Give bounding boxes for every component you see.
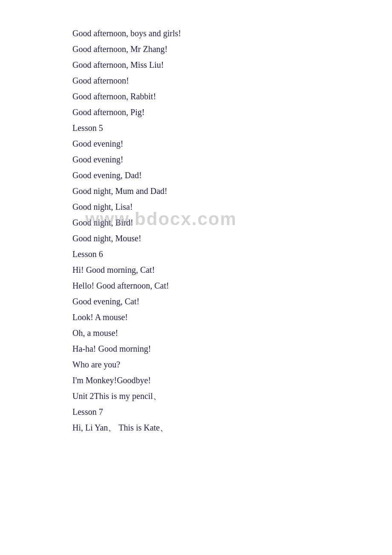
text-line: Good night, Mum and Dad!: [72, 183, 392, 199]
text-line: Hi! Good morning, Cat!: [72, 262, 392, 278]
text-line: Look! A mouse!: [72, 309, 392, 325]
text-line: Good afternoon, boys and girls!: [72, 26, 392, 41]
text-line: Hello! Good afternoon, Cat!: [72, 278, 392, 294]
text-line: I'm Monkey!Goodbye!: [72, 373, 392, 388]
text-line: Good evening!: [72, 152, 392, 168]
text-line: Hi, Li Yan、 This is Kate、: [72, 420, 392, 436]
text-line: Who are you?: [72, 357, 392, 373]
lines-container: Good afternoon, boys and girls!Good afte…: [72, 26, 392, 436]
text-line: Oh, a mouse!: [72, 325, 392, 341]
text-line: Good afternoon!: [72, 73, 392, 89]
text-line: Good afternoon, Pig!: [72, 104, 392, 120]
page-container: www.bdocx.com Good afternoon, boys and g…: [0, 0, 392, 461]
text-line: Good evening, Dad!: [72, 168, 392, 183]
text-line: Good night, Bird!: [72, 215, 392, 231]
text-line: Lesson 7: [72, 404, 392, 420]
text-line: Good afternoon, Miss Liu!: [72, 57, 392, 73]
text-line: Good night, Mouse!: [72, 231, 392, 246]
text-line: Good afternoon, Mr Zhang!: [72, 41, 392, 57]
text-line: Lesson 6: [72, 246, 392, 262]
text-line: Ha-ha! Good morning!: [72, 341, 392, 357]
text-line: Good evening!: [72, 136, 392, 152]
text-line: Unit 2This is my pencil、: [72, 388, 392, 404]
text-line: Lesson 5: [72, 120, 392, 136]
text-line: Good evening, Cat!: [72, 294, 392, 309]
text-line: Good afternoon, Rabbit!: [72, 89, 392, 104]
text-line: Good night, Lisa!: [72, 199, 392, 215]
